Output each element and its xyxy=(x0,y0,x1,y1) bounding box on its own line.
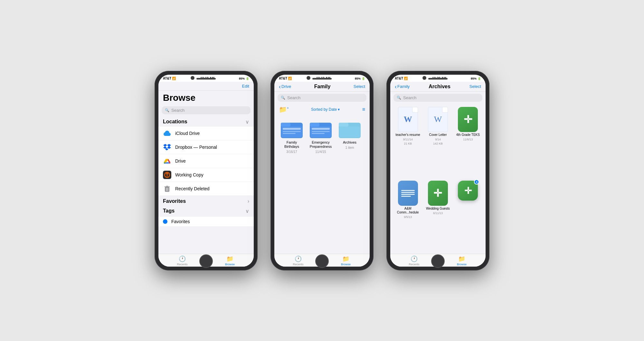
svg-rect-7 xyxy=(283,131,301,132)
folder-icon-emergency xyxy=(309,118,332,139)
archives-search-placeholder: Search xyxy=(403,95,416,100)
browse-icon-3: 📁 xyxy=(458,255,465,262)
list-item-dropbox[interactable]: Dropbox — Personal xyxy=(158,140,254,154)
wedding-date: 6/11/13 xyxy=(433,212,443,215)
folder-archives[interactable]: Archives 1 item xyxy=(337,118,363,251)
svg-rect-14 xyxy=(312,133,325,134)
back-button-2[interactable]: Drive xyxy=(279,84,291,90)
tags-header[interactable]: Tags ∨ xyxy=(158,205,254,215)
tag-favorites[interactable]: Favorites xyxy=(158,217,254,227)
folder-date-emergency: 11/4/15 xyxy=(315,150,326,154)
status-right-3: 85% 🔋 xyxy=(471,77,481,80)
carrier: AT&T xyxy=(163,77,171,80)
archive-cover-letter[interactable]: W Cover Letter 9/14 142 KB xyxy=(425,107,451,177)
list-item-recentlydeleted[interactable]: Recently Deleted xyxy=(158,182,254,196)
workingcopy-label: Working Copy xyxy=(175,172,204,177)
svg-rect-16 xyxy=(339,123,348,127)
tag-favorites-label: Favorites xyxy=(171,219,190,224)
recents-icon-3: 🕐 xyxy=(411,255,418,262)
tag-dot-blue xyxy=(163,219,167,224)
battery-2: 85% xyxy=(355,77,361,80)
wifi-icon-3: 📶 xyxy=(404,77,408,80)
battery-icon: 🔋 xyxy=(246,77,249,80)
time-2: 10:19 AM xyxy=(316,77,330,80)
locations-list: iCloud Drive Dropbox — Personal Drive xyxy=(158,126,254,196)
home-button-1[interactable] xyxy=(199,254,213,268)
svg-rect-17 xyxy=(339,127,360,137)
sort-button[interactable]: Sorted by Date ▾ xyxy=(311,107,340,112)
recents-icon-2: 🕐 xyxy=(295,255,302,262)
tab-browse-2[interactable]: 📁 Browse xyxy=(322,255,370,266)
tab-recents-2[interactable]: 🕐 Recents xyxy=(274,255,322,266)
folder-name-emergency: Emergency Preparedness xyxy=(308,140,334,149)
back-button-3[interactable]: Family xyxy=(395,84,410,90)
tab-browse-1[interactable]: 📁 Browse xyxy=(206,255,254,266)
archive-am-schedule[interactable]: A&M Comm...hedule 9/5/13 xyxy=(395,181,421,251)
drive-icon xyxy=(163,157,171,165)
home-button-3[interactable] xyxy=(431,254,445,268)
folder-emergency[interactable]: Emergency Preparedness 11/4/15 xyxy=(308,118,334,251)
archives-nav-title: Archives xyxy=(410,84,469,90)
archive-4thgrade-teks[interactable]: ✛ 4th Grade TEKS 11/6/13 xyxy=(455,107,481,177)
status-bar-3: AT&T 📶 10:20 AM 85% 🔋 xyxy=(390,75,486,82)
carrier-2: AT&T xyxy=(279,77,287,80)
locations-header[interactable]: Locations ∨ xyxy=(158,116,254,126)
search-icon: 🔍 xyxy=(165,108,169,112)
select-button-2[interactable]: Select xyxy=(354,84,365,89)
teks-name: 4th Grade TEKS xyxy=(456,133,480,137)
select-button-3[interactable]: Select xyxy=(469,84,481,89)
coverletter-name: Cover Letter xyxy=(429,133,447,137)
nav-bar-1: Edit xyxy=(158,82,254,91)
family-screen: 🔍 Search 📁+ Sorted by Date ▾ ≡ xyxy=(274,92,370,254)
recents-label-2: Recents xyxy=(293,263,303,266)
browse-label: Browse xyxy=(225,263,235,266)
blue-doc-icon-am xyxy=(398,181,418,206)
tab-recents-1[interactable]: 🕐 Recents xyxy=(158,255,206,266)
am-name: A&M Comm...hedule xyxy=(395,207,421,214)
edit-button[interactable]: Edit xyxy=(221,84,249,89)
archive-teachers-resume[interactable]: W teacher's resume 9/11/14 21 KB xyxy=(395,107,421,177)
tab-browse-3[interactable]: 📁 Browse xyxy=(438,255,486,266)
folder-icon-birthdays xyxy=(280,118,303,139)
family-folder-grid: Family Birthdays 3/16/17 xyxy=(274,115,370,254)
favorites-header[interactable]: Favorites › xyxy=(158,196,254,205)
dropbox-icon xyxy=(163,143,171,151)
drive-label: Drive xyxy=(175,158,186,164)
doc-icon-coverletter: W xyxy=(428,107,448,132)
family-search-bar[interactable]: 🔍 Search xyxy=(278,94,366,102)
cross-symbol-teks: ✛ xyxy=(464,113,472,126)
status-left-3: AT&T 📶 xyxy=(395,77,408,80)
archive-wedding-guests[interactable]: ✛ Wedding Guests 6/11/13 xyxy=(425,181,451,251)
home-button-2[interactable] xyxy=(315,254,329,268)
list-item-drive[interactable]: Drive xyxy=(158,154,254,168)
folder-family-birthdays[interactable]: Family Birthdays 3/16/17 xyxy=(279,118,305,251)
new-folder-button[interactable]: 📁+ xyxy=(279,106,289,113)
search-placeholder: Search xyxy=(171,108,185,113)
svg-rect-4 xyxy=(281,123,290,127)
svg-rect-12 xyxy=(312,128,330,130)
cross-symbol-floating: ✛ xyxy=(464,185,472,196)
browse-search-bar[interactable]: 🔍 Search xyxy=(162,106,251,114)
time-3: 10:20 AM xyxy=(432,77,446,80)
list-view-button[interactable]: ≡ xyxy=(362,107,365,112)
battery-3: 85% xyxy=(471,77,477,80)
family-search-placeholder: Search xyxy=(287,95,300,100)
search-icon-2: 🔍 xyxy=(281,96,285,100)
archives-grid: W teacher's resume 9/11/14 21 KB W Cover… xyxy=(390,104,486,254)
list-item-icloud[interactable]: iCloud Drive xyxy=(158,126,254,140)
browse-page-title: Browse xyxy=(163,93,249,103)
archives-search-bar[interactable]: 🔍 Search xyxy=(393,94,482,102)
browse-screen: Browse 🔍 Search Locations ∨ iCloud Drive xyxy=(158,91,254,254)
floating-icon-wrap: ✛ 4 xyxy=(458,181,478,201)
browse-icon-2: 📁 xyxy=(342,255,349,262)
tab-recents-3[interactable]: 🕐 Recents xyxy=(390,255,438,266)
resume-date: 9/11/14 xyxy=(403,138,413,141)
folder-icon-archives xyxy=(338,118,361,139)
doc-letter-w-bold: W xyxy=(404,115,412,124)
nav-bar-2: Drive Family Select xyxy=(274,82,370,92)
doc-line xyxy=(401,190,415,191)
carrier-3: AT&T xyxy=(395,77,403,80)
archive-floating[interactable]: ✛ 4 xyxy=(455,181,481,251)
locations-chevron-icon: ∨ xyxy=(245,119,249,125)
list-item-workingcopy[interactable]: Working Copy xyxy=(158,168,254,182)
